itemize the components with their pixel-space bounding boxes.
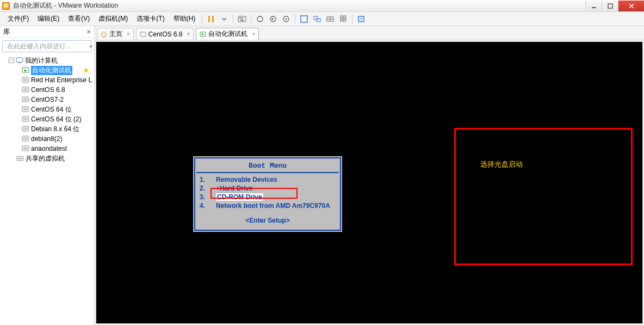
window-titlebar: 回 自动化测试机 - VMware Workstation [0,0,644,12]
menu-vm[interactable]: 虚拟机(M) [94,12,132,26]
sidebar-title: 库 [3,27,10,36]
search-input[interactable] [7,42,89,50]
boot-option-4[interactable]: 4. Network boot from AMD Am79C970A [200,201,336,210]
menu-help[interactable]: 帮助(H) [169,12,200,26]
annotation-arrow-icon [390,163,482,206]
library-sidebar: 库 ✕ ▼ − 我的计算机 自动化测试机 ★ Red Hat Enterpris… [0,26,95,325]
svg-rect-28 [16,58,23,62]
minimize-button[interactable] [585,1,602,11]
tree-label: CentOS 64 位 [31,105,72,114]
svg-rect-42 [23,127,28,130]
close-button[interactable] [618,1,644,11]
pause-button[interactable] [205,13,218,25]
snapshot-take-button[interactable] [253,13,267,25]
svg-point-48 [18,158,20,160]
home-icon [101,31,107,38]
library-tree: − 我的计算机 自动化测试机 ★ Red Hat Enterprise L Ce… [0,54,94,325]
tree-node-vm[interactable]: CentOS 64 位 (2) [0,114,94,124]
tree-node-shared-vms[interactable]: 共享的虚拟机 [0,154,94,163]
tab-home[interactable]: 主页 × [97,28,134,40]
boot-option-label: +Hard Drive [216,184,253,193]
svg-rect-34 [23,88,28,91]
library-button[interactable] [337,13,350,25]
tree-node-vm[interactable]: CentOS7-2 [0,95,94,105]
power-dropdown[interactable] [218,13,231,25]
main-area: 主页 × CentOS 6.8 × 自动化测试机 × Boot Menu [95,26,644,325]
svg-rect-4 [208,16,210,22]
search-dropdown-icon[interactable]: ▼ [89,44,93,49]
tab-close-icon[interactable]: × [187,31,190,37]
vm-icon [22,86,29,94]
library-search[interactable]: ▼ [2,40,92,52]
boot-menu-title: Boot Menu [196,160,339,173]
boot-number: 4. [200,201,208,210]
vm-console[interactable]: Boot Menu 1. Removable Devices 2. +Hard … [96,41,643,324]
snapshot-manager-button[interactable] [280,13,293,25]
tree-node-vm[interactable]: Red Hat Enterprise L [0,75,94,85]
menu-view[interactable]: 查看(V) [64,12,94,26]
svg-rect-6 [238,16,246,22]
vm-icon [22,96,29,103]
vm-icon [22,125,29,133]
svg-point-13 [286,18,287,20]
tree-node-vm[interactable]: CentOS 64 位 [0,105,94,114]
tree-label: CentOS7-2 [31,96,64,103]
separator [295,14,295,24]
tree-label: CentOS 6.8 [31,86,65,94]
tab-label: CentOS 6.8 [148,30,183,38]
svg-rect-14 [301,16,307,22]
tab-automation-test[interactable]: 自动化测试机 × [196,28,259,40]
tree-label: CentOS 64 位 (2) [31,115,82,124]
boot-enter-setup[interactable]: <Enter Setup> [200,217,336,224]
fullscreen-button[interactable] [298,13,311,25]
snapshot-revert-button[interactable] [267,13,280,25]
tree-node-vm-selected[interactable]: 自动化测试机 ★ [0,65,94,75]
sidebar-close-icon[interactable]: ✕ [86,29,91,35]
tab-close-icon[interactable]: × [127,31,130,37]
vm-running-icon [22,66,29,74]
svg-rect-46 [23,147,28,150]
menu-tabs[interactable]: 选项卡(T) [132,12,169,26]
tree-label: anaondatest [31,145,67,152]
stretch-button[interactable] [355,13,368,25]
tree-label: 共享的虚拟机 [26,154,65,163]
svg-rect-9 [240,20,244,21]
svg-rect-23 [344,19,346,21]
svg-rect-38 [23,108,28,111]
maximize-button[interactable] [602,1,618,11]
svg-rect-40 [23,118,28,120]
menubar: 文件(F) 编辑(E) 查看(V) 虚拟机(M) 选项卡(T) 帮助(H) [0,12,644,26]
svg-rect-47 [17,156,23,161]
svg-rect-22 [340,19,343,21]
tree-node-vm[interactable]: Debian 8.x 64 位 [0,124,94,134]
send-ctrl-alt-del-button[interactable] [236,13,249,25]
boot-option-2[interactable]: 2. +Hard Drive [200,184,336,193]
menu-file[interactable]: 文件(F) [3,12,33,26]
tree-node-vm[interactable]: anaondatest [0,144,94,154]
vm-icon [22,145,29,152]
svg-rect-7 [239,17,241,19]
bios-boot-menu: Boot Menu 1. Removable Devices 2. +Hard … [193,156,342,232]
computer-icon [16,57,23,64]
menu-edit[interactable]: 编辑(E) [33,12,64,26]
tree-node-vm[interactable]: debian8(2) [0,134,94,144]
boot-option-1[interactable]: 1. Removable Devices [200,175,336,184]
tree-node-my-computer[interactable]: − 我的计算机 [0,56,94,65]
expander-icon[interactable]: − [9,58,14,63]
vm-tab-icon [140,31,146,38]
tab-close-icon[interactable]: × [252,31,255,37]
thumbnail-button[interactable] [324,13,337,25]
tree-node-vm[interactable]: CentOS 6.8 [0,85,94,95]
separator [202,14,202,24]
boot-option-3-selected[interactable]: 3. CD-ROM Drive [200,193,336,201]
tab-centos68[interactable]: CentOS 6.8 × [136,28,194,40]
favorite-star-icon[interactable]: ★ [83,66,90,75]
app-icon: 回 [2,2,10,10]
svg-rect-8 [242,17,243,19]
svg-rect-50 [140,32,146,36]
unity-button[interactable] [311,13,324,25]
tab-label: 自动化测试机 [208,29,247,39]
svg-rect-29 [18,63,21,63]
boot-option-label: Removable Devices [216,175,277,184]
tree-label: debian8(2) [31,135,62,143]
